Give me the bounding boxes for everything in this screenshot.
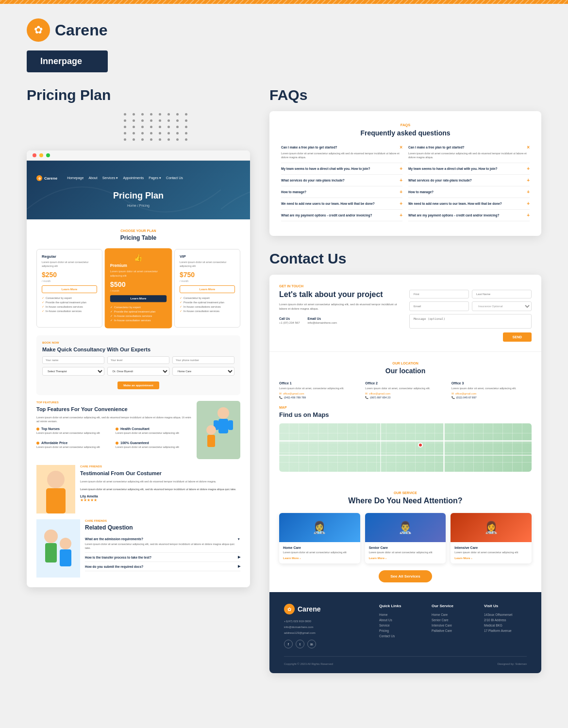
dot [124, 126, 126, 128]
contact-insurance-select[interactable]: Insurance Optional [472, 301, 532, 311]
features-section: TOP FEATURES Top Features For Your Conve… [36, 401, 240, 459]
footer-service-homecare[interactable]: Home Care [432, 613, 474, 616]
dot [167, 119, 170, 122]
instagram-icon[interactable]: in [307, 640, 316, 648]
dot [159, 119, 161, 122]
faq-row-question-3[interactable]: My team seems to have a direct chat with… [408, 166, 530, 171]
email-us-label: Email Us [308, 317, 337, 320]
faq-row-question-8[interactable]: We need to add new users to our team. Ho… [281, 201, 402, 206]
testimonial-label: CARE FRIENDS [80, 465, 240, 468]
footer-social: f t in [284, 640, 369, 648]
footer-services-col: Our Service Home Care Senior Care Intens… [432, 604, 474, 648]
footer-link-service[interactable]: Service [379, 624, 422, 627]
contact-message-textarea[interactable] [409, 314, 532, 329]
contact-lastname-input[interactable] [472, 290, 532, 298]
care-card-intensive-link[interactable]: Learn More › [454, 557, 528, 560]
faq-row-question-7[interactable]: How to manage? + [408, 189, 530, 195]
appt-name-input[interactable] [42, 356, 104, 364]
appt-doctor-select[interactable]: Dr. Omar Biyendi [107, 367, 169, 376]
plan-btn-vip[interactable]: Learn More [180, 285, 235, 293]
faq-toggle-icon: + [527, 201, 530, 206]
footer-visit-addr2: 2/10 Bl Address [484, 618, 527, 622]
plan-feature: ✓Provide the optimal treatment plan [110, 310, 167, 313]
faq-item-1: How is the transfer process to take the … [85, 553, 240, 562]
testimonial-content: CARE FRIENDS Testimonial From Our Costum… [80, 465, 240, 513]
care-card-intensive-name: Intensive Care [454, 546, 528, 549]
contact-form-right: Insurance Optional SEND [409, 290, 532, 342]
dot-orange-icon [36, 428, 39, 430]
faq-row-question-9[interactable]: We need to add new users to our team. Ho… [408, 201, 530, 206]
contact-send-button[interactable]: SEND [503, 332, 532, 342]
faq-toggle-icon: ▶ [238, 555, 240, 559]
plan-btn-regular[interactable]: Learn More [42, 285, 97, 293]
plan-feature: ✓Provide the optimal treatment plan [42, 300, 97, 304]
faq-row-question-11[interactable]: What are my payment options - credit car… [408, 213, 530, 218]
phone-icon: 📞 [451, 396, 455, 399]
attention-title: Where Do You Need Attention? [279, 496, 532, 505]
care-figure: 👨‍⚕️ [365, 513, 446, 542]
footer-link-about[interactable]: About Us [379, 618, 422, 622]
appt-submit-button[interactable]: Make an appointment [117, 381, 159, 389]
dot [124, 119, 126, 122]
appt-therapist-select[interactable]: Select Therapist [42, 367, 104, 376]
dot [124, 113, 126, 116]
map-title: Find us on Maps [279, 411, 532, 418]
faq-row-question-1[interactable]: Can I make a free plan to get started? × [408, 145, 530, 150]
footer-service-palliative[interactable]: Palliative Care [432, 629, 474, 632]
dot [176, 126, 179, 128]
care-card-senior: 👨‍⚕️ Senior Care Lorem ipsum dolor sit a… [365, 513, 446, 564]
dot [141, 138, 144, 141]
related-content: CARE FRIENDS Related Question What are t… [85, 519, 240, 578]
faq-question-1[interactable]: How is the transfer process to take the … [85, 555, 240, 559]
dot [159, 113, 161, 116]
office-3: Office 3 Lorem ipsum dolor sit amet, con… [451, 381, 532, 399]
footer-link-home[interactable]: Home [379, 613, 422, 616]
office-3-addr: Lorem ipsum dolor sit amet, consectetur … [451, 386, 532, 390]
dot [141, 126, 144, 128]
left-column: Pricing Plan [27, 87, 250, 587]
dot [133, 119, 135, 122]
see-all-services-button[interactable]: See All Services [379, 570, 432, 582]
plan-btn-premium[interactable]: Learn More [110, 296, 167, 302]
testimonial-section: CARE FRIENDS Testimonial From Our Costum… [36, 465, 240, 513]
footer-visit-addr1: 143oux Offsomerset [484, 613, 527, 616]
feature-guaranteed: 100% Guaranteed Lorem ipsum dolor sit am… [116, 441, 192, 449]
appt-phone-input[interactable] [172, 356, 234, 364]
faq-question-2[interactable]: How do you submit the required docs? ▶ [85, 564, 240, 568]
contact-email-input[interactable] [409, 301, 469, 311]
plan-desc-vip: Lorem ipsum dolor sit amet consectetur a… [180, 261, 235, 268]
contact-firstname-input[interactable] [409, 290, 469, 298]
faq-row-question-4[interactable]: What services do your rate-plans include… [281, 178, 402, 183]
footer-link-contact[interactable]: Contact Us [379, 634, 422, 638]
offices-grid: Office 1 Lorem ipsum dolor sit amet, con… [279, 381, 532, 399]
dot [133, 113, 135, 116]
appt-level-input[interactable] [107, 356, 169, 364]
footer-service-intensive[interactable]: Intensive Care [432, 624, 474, 627]
care-card-home-link[interactable]: Learn More › [283, 557, 356, 560]
care-card-senior-link[interactable]: Learn More › [369, 557, 442, 560]
contact-email-row: Insurance Optional [409, 301, 532, 311]
plan-name-regular: Regular [42, 254, 97, 259]
contact-layout: Let's talk about your project Lorem ipsu… [279, 290, 532, 342]
faq-row-question-2[interactable]: My team seems to have a direct chat with… [281, 166, 402, 171]
dot [176, 138, 179, 141]
facebook-icon[interactable]: f [284, 640, 293, 648]
faq-item-2: How do you submit the required docs? ▶ [85, 562, 240, 571]
feature-name: Affordable Price [36, 441, 113, 445]
plan-feature: ✓Consectetur by expert [42, 296, 97, 299]
footer-service-seniorcare[interactable]: Senior Care [432, 618, 474, 622]
faq-question-0[interactable]: What are the admission requirements? ▼ [85, 537, 240, 541]
dot [167, 132, 170, 134]
faqs-label: FAQs [281, 123, 530, 127]
twitter-icon[interactable]: t [296, 640, 304, 648]
faq-row-question-6[interactable]: How to manage? + [281, 189, 402, 195]
contact-phone-email: Call Us +1 (07) 234 567 Email Us info@do… [279, 317, 401, 324]
arrow-icon: › [300, 557, 301, 560]
footer-link-pricing[interactable]: Pricing [379, 629, 422, 632]
faq-row-question-0[interactable]: Can I make a free plan to get started? × [281, 145, 402, 150]
appt-service-select[interactable]: Home Care [172, 367, 234, 376]
faq-row-question-10[interactable]: What are my payment options - credit car… [281, 213, 402, 218]
footer-services-title: Our Service [432, 604, 474, 608]
dot [150, 132, 152, 134]
faq-row-question-5[interactable]: What services do your rate-plans include… [408, 178, 530, 183]
